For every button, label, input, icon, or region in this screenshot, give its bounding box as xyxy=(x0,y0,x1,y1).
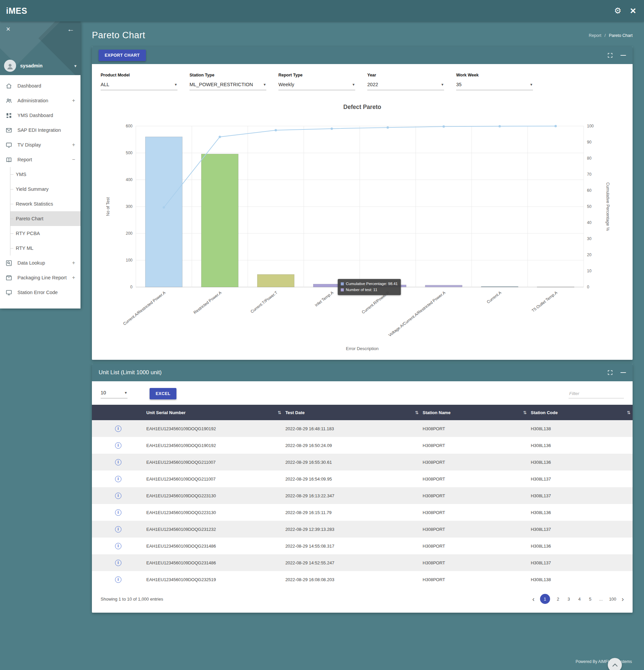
row-info-icon[interactable]: i xyxy=(115,493,121,499)
unit-list-header: Unit List (Limit 1000 unit) — xyxy=(92,364,633,381)
row-info-icon[interactable]: i xyxy=(115,509,121,516)
page-button-2[interactable]: 2 xyxy=(555,597,561,602)
page-button-100[interactable]: 100 xyxy=(609,597,617,602)
pareto-bar[interactable] xyxy=(537,287,574,287)
pareto-bar[interactable] xyxy=(257,274,294,287)
close-icon[interactable]: × xyxy=(630,6,636,16)
cumulative-point[interactable] xyxy=(386,126,389,129)
page-button-1[interactable]: 1 xyxy=(540,594,550,604)
avatar[interactable] xyxy=(4,60,16,72)
cell-station-code: H308L137 xyxy=(529,554,633,571)
minimize-icon[interactable]: — xyxy=(620,52,626,58)
mail-icon xyxy=(5,127,12,134)
sidebar-item-label: Dashboard xyxy=(17,83,41,89)
fullscreen-icon[interactable] xyxy=(607,370,613,376)
sidebar-item-dashboard[interactable]: Dashboard xyxy=(0,79,80,93)
cell-station-name: H308PORT xyxy=(421,454,529,470)
sort-icon[interactable]: ⇅ xyxy=(278,410,281,415)
sort-icon[interactable]: ⇅ xyxy=(523,410,527,415)
export-chart-button[interactable]: EXPORT CHART xyxy=(98,50,146,61)
cell-station-code: H308L136 xyxy=(529,454,633,470)
pareto-bar[interactable] xyxy=(481,286,518,287)
chart-tooltip: Cumulative Percentage: 98.41Number of te… xyxy=(338,279,401,295)
cell-station-code: H308L137 xyxy=(529,521,633,538)
pareto-bar[interactable] xyxy=(425,285,462,287)
sidebar-item-sap-edi[interactable]: SAP EDI Integration xyxy=(0,123,80,137)
home-icon xyxy=(5,82,12,90)
sort-icon[interactable]: ⇅ xyxy=(627,410,631,415)
y-axis-tick-left: 0 xyxy=(130,285,132,290)
col-test-date[interactable]: Test Date ⇅ xyxy=(284,405,421,420)
sidebar-item-data-lookup[interactable]: Data Lookup + xyxy=(0,256,80,270)
page-button-3[interactable]: 3 xyxy=(566,597,571,602)
user-menu-caret-icon[interactable]: ▾ xyxy=(74,63,77,68)
sidebar-collapse-icon[interactable]: ← xyxy=(67,26,75,33)
page-size-select[interactable]: 10 ▾ xyxy=(101,389,128,398)
sidebar-item-yield-summary[interactable]: Yield Summary xyxy=(10,182,80,197)
pareto-bar[interactable] xyxy=(201,154,238,287)
expand-plus-icon[interactable]: + xyxy=(72,142,75,148)
table-row: iEAH1EU1234560109DOQG2314862022-08-29 14… xyxy=(92,554,633,571)
cell-test-date: 2022-08-29 16:54:09.95 xyxy=(284,470,421,487)
expand-plus-icon[interactable]: + xyxy=(72,274,75,281)
row-info-icon[interactable]: i xyxy=(115,426,121,432)
cell-station-code: H308L137 xyxy=(529,487,633,504)
product-model-select[interactable]: ALL ▾ xyxy=(101,81,178,90)
fullscreen-icon[interactable] xyxy=(607,52,613,58)
filter-label: Report Type xyxy=(278,73,355,78)
sidebar-item-packaging-line-report[interactable]: Packaging Line Report + xyxy=(0,270,80,285)
breadcrumb-parent[interactable]: Report xyxy=(589,33,601,38)
cumulative-point[interactable] xyxy=(498,125,501,128)
filter-input[interactable] xyxy=(568,389,624,398)
collapse-minus-icon[interactable]: − xyxy=(72,157,75,163)
row-info-icon[interactable]: i xyxy=(115,576,121,583)
row-info-icon[interactable]: i xyxy=(115,526,121,533)
minimize-icon[interactable]: — xyxy=(620,370,626,376)
cell-station-name: H308PORT xyxy=(421,538,529,554)
col-station-code[interactable]: Station Code ⇅ xyxy=(529,405,633,420)
sidebar-item-yms-dashboard[interactable]: YMS Dashboard xyxy=(0,108,80,123)
sidebar-item-tv-display[interactable]: TV Display + xyxy=(0,137,80,152)
cumulative-point[interactable] xyxy=(443,125,445,128)
sidebar-close-icon[interactable]: × xyxy=(6,26,10,33)
prev-page-icon[interactable]: ‹ xyxy=(532,595,535,602)
sidebar-item-report[interactable]: Report − xyxy=(0,152,80,167)
row-info-icon[interactable]: i xyxy=(115,560,121,566)
col-unit-serial-number[interactable]: Unit Serial Number ⇅ xyxy=(144,405,283,420)
cumulative-point[interactable] xyxy=(275,129,277,132)
sidebar-item-rty-pcba[interactable]: RTY PCBA xyxy=(10,226,80,241)
row-info-icon[interactable]: i xyxy=(115,459,121,466)
cell-station-name: H308PORT xyxy=(421,470,529,487)
col-station-name[interactable]: Station Name ⇅ xyxy=(421,405,529,420)
cumulative-point[interactable] xyxy=(163,206,165,209)
sort-icon[interactable]: ⇅ xyxy=(415,410,419,415)
sidebar-item-pareto-chart[interactable]: Pareto Chart xyxy=(10,211,80,226)
station-type-select[interactable]: ML_POWER_RESTRICTION ▾ xyxy=(189,81,266,90)
work-week-select[interactable]: 35 ▾ xyxy=(456,81,533,90)
sidebar-item-station-error-code[interactable]: Station Error Code xyxy=(0,285,80,300)
sidebar-item-yms[interactable]: YMS xyxy=(10,167,80,182)
selected-value: 35 xyxy=(456,82,461,87)
scroll-to-top-button[interactable] xyxy=(608,658,622,670)
pareto-bar[interactable] xyxy=(145,137,182,287)
page-button-5[interactable]: 5 xyxy=(588,597,593,602)
report-type-select[interactable]: Weekly ▾ xyxy=(278,81,355,90)
archive-box-icon xyxy=(5,274,12,281)
expand-plus-icon[interactable]: + xyxy=(72,260,75,266)
col-info xyxy=(92,405,144,420)
expand-plus-icon[interactable]: + xyxy=(72,97,75,104)
cumulative-point[interactable] xyxy=(331,128,333,130)
sidebar-item-rework-statistics[interactable]: Rework Statistics xyxy=(10,197,80,211)
year-select[interactable]: 2022 ▾ xyxy=(367,81,444,90)
sidebar-item-rty-ml[interactable]: RTY ML xyxy=(10,241,80,256)
row-info-icon[interactable]: i xyxy=(115,543,121,549)
next-page-icon[interactable]: › xyxy=(621,595,624,602)
row-info-icon[interactable]: i xyxy=(115,476,121,482)
sidebar-item-administration[interactable]: Administration + xyxy=(0,93,80,108)
page-button-4[interactable]: 4 xyxy=(577,597,582,602)
row-info-icon[interactable]: i xyxy=(115,442,121,449)
excel-button[interactable]: EXCEL xyxy=(149,388,176,399)
cumulative-point[interactable] xyxy=(219,136,221,138)
settings-gear-icon[interactable]: ⚙ xyxy=(614,7,621,15)
cumulative-point[interactable] xyxy=(554,125,557,128)
